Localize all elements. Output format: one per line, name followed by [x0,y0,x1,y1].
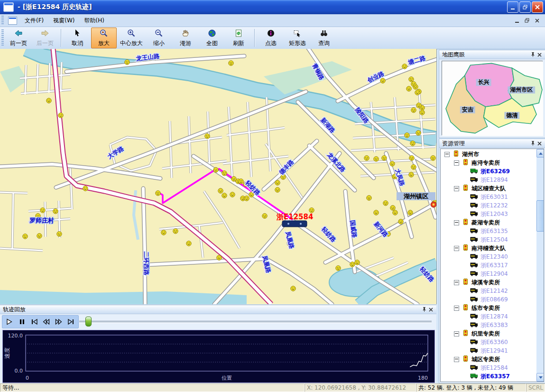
tree-vehicle-浙E63269[interactable]: 浙E63269 [441,167,536,176]
resource-close-icon[interactable] [536,140,543,147]
svg-text:位置: 位置 [222,375,232,381]
menu-item-0[interactable]: 文件(F) [20,15,48,27]
mdi-close-button[interactable] [533,17,541,24]
toolbar-button-zoom-out[interactable]: 缩小 [146,28,172,48]
eagle-eye-map[interactable]: 长兴湖州市区安吉德清 [442,61,543,135]
tree-vehicle-浙E09387[interactable]: 浙E09387 [441,381,536,382]
toolbar-button-point-select[interactable]: 点选 [258,28,284,48]
minimize-button[interactable] [507,1,518,13]
collapse-icon[interactable] [454,246,459,251]
toolbar-button-cancel-cursor[interactable]: 取消 [65,28,90,48]
tree-vehicle-浙E63357[interactable]: 浙E63357 [441,372,536,381]
toolbar-button-zoom-in[interactable]: 放大 [91,28,117,48]
tree-vehicle-浙E12142[interactable]: 浙E12142 [441,287,536,295]
collapse-icon[interactable] [444,152,450,157]
truck-icon [470,270,478,278]
tree-group-菱湖专卖所[interactable]: 菱湖专卖所 [441,218,536,227]
page-prev-icon [14,29,23,39]
tree-vehicle-浙E12232[interactable]: 浙E12232 [441,201,536,210]
tree-vehicle-浙E08669[interactable]: 浙E08669 [441,295,536,304]
fast-forward-button[interactable] [54,317,63,327]
tree-vehicle-浙E12043[interactable]: 浙E12043 [441,210,536,218]
tree-vehicle-浙E12584[interactable]: 浙E12584 [441,364,536,372]
toolbar-button-query-binoculars[interactable]: 查询 [311,28,337,48]
tree-vehicle-浙E12340[interactable]: 浙E12340 [441,252,536,261]
truck-icon [470,176,478,184]
tree-group-湖州市[interactable]: 湖州市 [441,150,536,159]
title-bar: - [浙E12584 历史轨迹] [0,0,545,14]
mdi-minimize-button[interactable] [513,17,521,24]
scroll-thumb[interactable] [536,200,544,232]
tree-vehicle-浙E63031[interactable]: 浙E63031 [441,193,536,201]
pause-button[interactable] [17,317,27,327]
mdi-restore-button[interactable] [523,17,531,24]
menu-item-2[interactable]: 帮助(H) [80,15,109,27]
resource-panel: 资源管理 湖州市南浔专卖所浙E63269浙E12894城区稽查大队浙E63031… [439,139,545,383]
app-icon [3,2,14,12]
toolbar-button-page-next[interactable]: 后一页 [32,28,58,48]
resource-tree: 湖州市南浔专卖所浙E63269浙E12894城区稽查大队浙E63031浙E122… [441,150,536,382]
tree-group-城区专卖所[interactable]: 城区专卖所 [441,355,536,364]
tree-vehicle-浙E63317[interactable]: 浙E63317 [441,261,536,270]
tree-group-织里专卖所[interactable]: 织里专卖所 [441,329,536,338]
tree-group-练市专卖所[interactable]: 练市专卖所 [441,304,536,312]
playback-slider-thumb[interactable] [85,317,92,327]
collapse-icon[interactable] [454,280,459,285]
tree-vehicle-浙E12904[interactable]: 浙E12904 [441,270,536,278]
toolbar-button-full-map-globe[interactable]: 全图 [199,28,225,48]
svg-text:0: 0 [26,375,29,381]
map-canvas[interactable]: 龙王山路塘二路创业路青铜路陵阳路新湖路大学路龙溪北路德丰路轻纺路轻纺路轻纺路凤凰… [0,49,437,304]
status-bar: 等待... X: 120.06921658 , Y: 30.88472612 共… [0,383,545,392]
status-vehicle-counts: 共: 52 辆. 登入: 3 辆 , 未登入: 49 辆 [416,383,526,392]
playback-slider-track[interactable] [79,321,432,323]
restore-button[interactable] [519,1,531,13]
collapse-icon[interactable] [454,160,459,166]
scroll-down-button[interactable] [536,373,544,382]
menu-item-1[interactable]: 视窗(W) [48,15,79,27]
eagle-eye-close-icon[interactable] [536,51,543,58]
close-button[interactable] [532,1,543,13]
toolbar-button-pan-hand[interactable]: 漫游 [173,28,198,48]
village-label: 罗师庄村 [29,217,54,224]
tree-vehicle-浙E63360[interactable]: 浙E63360 [441,338,536,346]
scroll-up-button[interactable] [536,149,544,158]
organization-icon [462,304,469,312]
tree-vehicle-浙E63383[interactable]: 浙E63383 [441,321,536,329]
tree-vehicle-浙E12941[interactable]: 浙E12941 [441,346,536,355]
collapse-icon[interactable] [454,357,459,362]
toolbar-button-page-prev[interactable]: 前一页 [6,28,31,48]
playback-pin-icon[interactable] [420,306,427,313]
tree-group-南浔专卖所[interactable]: 南浔专卖所 [441,159,536,167]
tree-vehicle-浙E12874[interactable]: 浙E12874 [441,312,536,321]
collapse-icon[interactable] [454,186,459,191]
truck-icon [470,313,478,320]
collapse-icon[interactable] [454,306,459,311]
toolbar-separator [61,29,62,47]
tree-group-南浔稽查大队[interactable]: 南浔稽查大队 [441,244,536,252]
zoom-center-icon [127,29,136,39]
rewind-button[interactable] [42,317,51,327]
app-window: - [浙E12584 历史轨迹] 文件(F)视窗(W)帮助(H) 前一页后一页取… [0,0,545,392]
toolbar-button-rect-select[interactable]: 矩形选 [285,28,310,48]
tree-vehicle-浙E12894[interactable]: 浙E12894 [441,176,536,184]
skip-start-button[interactable] [29,317,39,327]
tree-scrollbar[interactable] [536,149,544,382]
resource-pin-icon[interactable] [529,140,536,147]
playback-close-icon[interactable] [427,306,434,313]
svg-text:120.0: 120.0 [8,333,23,339]
tree-vehicle-浙E63135[interactable]: 浙E63135 [441,227,536,235]
eagle-eye-pin-icon[interactable] [529,51,536,58]
tree-group-埭溪专卖所[interactable]: 埭溪专卖所 [441,278,536,287]
toolbar-button-zoom-center[interactable]: 中心放大 [118,28,145,48]
truck-icon [470,193,478,201]
mdi-child-icon[interactable] [8,17,17,25]
organization-icon [453,150,460,159]
collapse-icon[interactable] [454,220,459,225]
truck-icon [470,236,478,243]
tree-group-城区稽查大队[interactable]: 城区稽查大队 [441,184,536,193]
toolbar-button-refresh[interactable]: 刷新 [226,28,251,48]
play-button[interactable] [5,317,15,327]
tree-vehicle-浙E12504[interactable]: 浙E12504 [441,235,536,244]
skip-end-button[interactable] [66,317,75,327]
collapse-icon[interactable] [454,331,459,336]
